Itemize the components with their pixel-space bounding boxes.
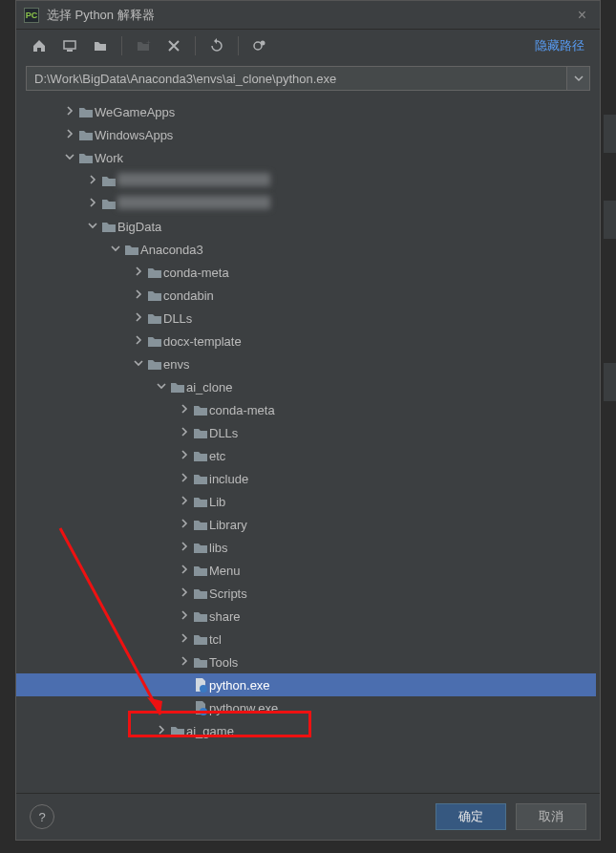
folder-icon [192,632,209,646]
project-icon[interactable] [87,33,114,58]
help-button[interactable]: ? [30,804,54,829]
tree-item-label [117,196,270,212]
expand-arrow-icon[interactable] [177,519,192,530]
tree-folder-row[interactable]: share [16,605,596,628]
tree-folder-row[interactable]: DLLs [16,307,596,330]
expand-arrow-icon[interactable] [85,198,100,209]
folder-icon [192,495,209,508]
tree-folder-row[interactable]: include [16,467,596,490]
desktop-icon[interactable] [56,33,83,58]
expand-arrow-icon[interactable] [177,587,192,599]
collapse-arrow-icon[interactable] [108,244,123,255]
file-tree[interactable]: WeGameAppsWindowsAppsWorkBigDataAnaconda… [16,100,600,791]
expand-arrow-icon[interactable] [62,129,77,140]
collapse-arrow-icon[interactable] [154,381,169,393]
expand-arrow-icon[interactable] [177,542,192,553]
tree-folder-row[interactable] [16,192,596,215]
folder-icon [169,380,186,394]
expand-arrow-icon[interactable] [177,404,192,416]
close-icon[interactable]: × [572,7,592,24]
folder-icon [77,128,95,141]
refresh-icon[interactable] [203,33,230,58]
tree-folder-row[interactable]: docx-template [16,330,596,352]
expand-arrow-icon[interactable] [177,427,192,438]
collapse-arrow-icon[interactable] [62,152,77,163]
delete-icon[interactable] [160,33,187,58]
cancel-button-label: 取消 [539,808,563,825]
folder-icon [169,724,186,737]
tree-folder-row[interactable]: DLLs [16,421,596,444]
select-interpreter-dialog: PC 选择 Python 解释器 × + 隐藏路径 [15,0,601,841]
folder-icon [146,288,163,302]
expand-arrow-icon[interactable] [131,267,146,278]
pycharm-logo-icon: PC [24,8,39,23]
hide-path-link[interactable]: 隐藏路径 [529,37,590,54]
tree-folder-row[interactable]: Menu [16,559,596,582]
tree-item-label: share [209,609,241,624]
tree-folder-row[interactable]: conda-meta [16,398,596,421]
dialog-title: 选择 Python 解释器 [47,7,572,24]
drop-hint: 将文件拖放到上方空间，即可在树中快速定位 [16,791,600,793]
folder-icon [146,334,163,348]
tree-item-label: conda-meta [209,403,275,417]
folder-icon [146,311,163,325]
tree-folder-row[interactable]: ai_game [16,719,596,742]
cancel-button[interactable]: 取消 [516,803,586,830]
expand-arrow-icon[interactable] [177,473,192,484]
titlebar: PC 选择 Python 解释器 × [16,1,600,30]
tree-container: WeGameAppsWindowsAppsWorkBigDataAnaconda… [16,98,600,793]
tree-folder-row[interactable]: Anaconda3 [16,238,596,261]
tree-item-label: condabin [163,288,214,303]
tree-folder-row[interactable] [16,169,596,192]
expand-arrow-icon[interactable] [177,656,192,668]
expand-arrow-icon[interactable] [154,725,169,736]
home-icon[interactable] [26,33,53,58]
tree-folder-row[interactable]: Library [16,513,596,536]
expand-arrow-icon[interactable] [85,175,100,186]
tree-folder-row[interactable]: libs [16,536,596,559]
tree-file-row[interactable]: pythonw.exe [16,696,596,719]
tree-folder-row[interactable]: condabin [16,284,596,307]
tree-folder-row[interactable]: Work [16,146,596,169]
toolbar-separator [238,36,239,55]
collapse-arrow-icon[interactable] [131,358,146,370]
show-hidden-icon[interactable] [246,33,273,58]
tree-item-label: pythonw.exe [209,701,278,715]
tree-item-label: Tools [209,655,238,670]
expand-arrow-icon[interactable] [177,565,192,576]
svg-point-4 [261,41,266,46]
tree-folder-row[interactable]: tcl [16,628,596,650]
expand-arrow-icon[interactable] [177,610,192,622]
new-folder-icon[interactable]: + [130,33,157,58]
collapse-arrow-icon[interactable] [85,221,100,232]
ok-button[interactable]: 确定 [435,803,506,830]
tree-item-label: tcl [209,632,222,647]
tree-folder-row[interactable]: WeGameApps [16,100,596,123]
path-input[interactable] [26,66,567,91]
tree-folder-row[interactable]: conda-meta [16,261,596,284]
tree-item-label: WindowsApps [95,128,173,142]
footer: ? 确定 取消 [16,793,600,840]
folder-icon [100,220,117,233]
expand-arrow-icon[interactable] [131,335,146,347]
expand-arrow-icon[interactable] [62,106,77,117]
folder-icon [192,564,209,577]
tree-folder-row[interactable]: etc [16,444,596,467]
expand-arrow-icon[interactable] [177,496,192,507]
tree-folder-row[interactable]: WindowsApps [16,123,596,146]
expand-arrow-icon[interactable] [131,289,146,301]
tree-item-label: Lib [209,495,225,509]
tree-folder-row[interactable]: Lib [16,490,596,513]
tree-folder-row[interactable]: Tools [16,650,596,673]
tree-file-row[interactable]: python.exe [16,673,596,696]
tree-folder-row[interactable]: BigData [16,215,596,238]
folder-icon [192,449,209,462]
expand-arrow-icon[interactable] [177,633,192,645]
tree-folder-row[interactable]: Scripts [16,582,596,605]
path-history-dropdown[interactable] [567,66,590,91]
expand-arrow-icon[interactable] [131,312,146,324]
tree-folder-row[interactable]: ai_clone [16,375,596,398]
tree-folder-row[interactable]: envs [16,352,596,375]
svg-rect-0 [64,41,75,49]
expand-arrow-icon[interactable] [177,450,192,461]
